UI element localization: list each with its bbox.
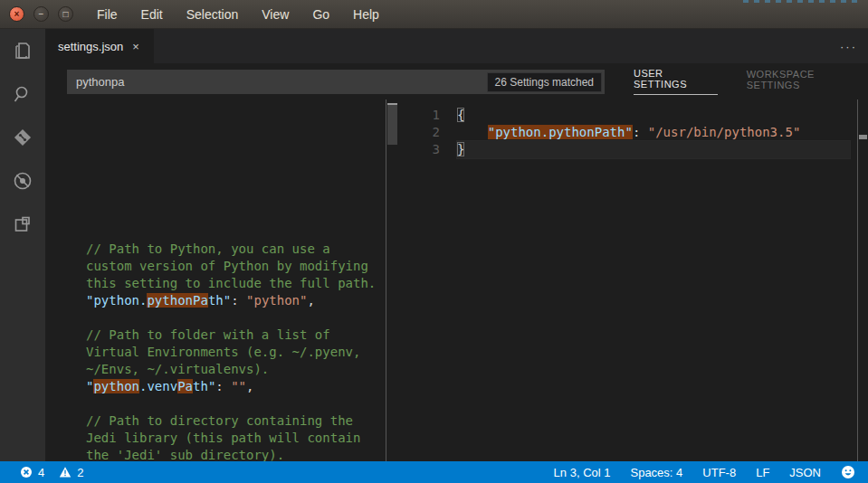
code-line: // Path to directory containing the bbox=[86, 412, 380, 430]
activity-bar bbox=[0, 29, 45, 461]
code-line: ~/Envs, ~/.virtualenvs). bbox=[86, 361, 380, 378]
maximize-window-button[interactable]: □ bbox=[58, 6, 73, 22]
warning-count: 2 bbox=[77, 466, 83, 479]
problems-status[interactable]: 4 2 bbox=[0, 466, 83, 479]
status-language-mode[interactable]: JSON bbox=[789, 466, 821, 479]
settings-split-view: ▾Python Configuration (26) // Path to Py… bbox=[45, 99, 868, 461]
menu-selection[interactable]: Selection bbox=[186, 7, 239, 22]
left-overview-ruler-border bbox=[386, 99, 386, 461]
search-icon[interactable] bbox=[10, 81, 35, 107]
code-line: // Path to Python, you can use a bbox=[86, 241, 380, 258]
tab-bar: settings.json × ··· bbox=[45, 29, 868, 63]
tab-settings-json[interactable]: settings.json × bbox=[45, 29, 154, 63]
code-line: Jedi library (this path will contain bbox=[86, 430, 380, 447]
menu-help[interactable]: Help bbox=[353, 7, 379, 22]
feedback-smiley-icon[interactable] bbox=[841, 465, 855, 479]
editor-column: settings.json × ··· 26 Settings matched … bbox=[45, 29, 868, 461]
background-window-sliver bbox=[743, 0, 861, 3]
status-bar-right: Ln 3, Col 1Spaces: 4UTF-8LFJSON bbox=[554, 465, 868, 479]
settings-search-box: 26 Settings matched bbox=[67, 70, 605, 94]
left-scrollbar-slider[interactable] bbox=[387, 103, 397, 145]
status-cursor-position[interactable]: Ln 3, Col 1 bbox=[554, 466, 611, 479]
tab-close-icon[interactable]: × bbox=[132, 40, 139, 53]
user-settings-code: { "python.pythonPath": "/usr/bin/python3… bbox=[457, 107, 850, 158]
close-window-button[interactable]: × bbox=[9, 6, 24, 22]
explorer-icon[interactable] bbox=[10, 38, 35, 63]
line-number-gutter: 123 bbox=[398, 107, 453, 158]
window-controls: × − □ bbox=[0, 6, 73, 22]
code-line: this setting to include the full path. bbox=[86, 275, 380, 292]
vscode-window: × − □ FileEditSelectionViewGoHelp bbox=[0, 0, 868, 483]
code-line: custom version of Python by modifying bbox=[86, 258, 380, 275]
tab-label: settings.json bbox=[58, 40, 123, 53]
debug-icon[interactable] bbox=[10, 168, 35, 194]
code-line: } bbox=[457, 141, 850, 158]
menu-file[interactable]: File bbox=[97, 7, 118, 22]
scope-tab-workspace-settings[interactable]: WORKSPACE SETTINGS bbox=[747, 69, 868, 95]
scope-tab-user-settings[interactable]: USER SETTINGS bbox=[634, 68, 718, 95]
menu-view[interactable]: View bbox=[262, 7, 289, 22]
code-line: "python.venvPath": "", bbox=[86, 378, 380, 395]
settings-match-count-badge: 26 Settings matched bbox=[487, 72, 602, 92]
code-line: "python.pythonPath": "python", bbox=[86, 292, 380, 309]
settings-section-heading[interactable]: ▾Python Configuration (26) bbox=[65, 134, 380, 147]
status-encoding[interactable]: UTF-8 bbox=[702, 466, 736, 479]
status-indentation[interactable]: Spaces: 4 bbox=[630, 466, 682, 479]
more-actions-icon[interactable]: ··· bbox=[840, 29, 857, 63]
extensions-icon[interactable] bbox=[10, 212, 35, 237]
user-settings-pane[interactable]: 123 { "python.pythonPath": "/usr/bin/pyt… bbox=[398, 99, 868, 461]
status-bar: 4 2 Ln 3, Col 1Spaces: 4UTF-8LFJSON bbox=[0, 461, 868, 483]
workbench: settings.json × ··· 26 Settings matched … bbox=[0, 29, 868, 461]
error-count: 4 bbox=[38, 466, 44, 479]
line-number: 1 bbox=[398, 107, 440, 124]
status-eol[interactable]: LF bbox=[756, 466, 769, 479]
code-line bbox=[86, 309, 380, 327]
code-line bbox=[86, 395, 380, 412]
settings-header: 26 Settings matched USER SETTINGSWORKSPA… bbox=[45, 63, 868, 99]
code-line: Virtual Environments (e.g. ~/.pyenv, bbox=[86, 344, 380, 361]
settings-search-input[interactable] bbox=[67, 75, 487, 89]
code-line: // Path to folder with a list of bbox=[86, 327, 380, 344]
menu-edit[interactable]: Edit bbox=[141, 7, 163, 22]
settings-scope-tabs: USER SETTINGSWORKSPACE SETTINGS bbox=[634, 63, 868, 99]
error-icon bbox=[20, 466, 33, 478]
overview-ruler-match-marker bbox=[859, 135, 867, 139]
warning-icon bbox=[59, 466, 72, 478]
default-settings-pane: ▾Python Configuration (26) // Path to Py… bbox=[45, 99, 398, 461]
default-settings-code: ▾Python Configuration (26) // Path to Py… bbox=[45, 99, 398, 461]
code-line: the 'Jedi' sub directory). bbox=[86, 447, 380, 461]
code-line: { bbox=[457, 107, 850, 124]
menu-go[interactable]: Go bbox=[312, 7, 329, 22]
source-control-icon[interactable] bbox=[10, 125, 35, 150]
title-bar: × − □ FileEditSelectionViewGoHelp bbox=[0, 0, 868, 29]
menu-bar: FileEditSelectionViewGoHelp bbox=[97, 7, 379, 22]
line-number: 2 bbox=[398, 124, 440, 141]
line-number: 3 bbox=[398, 141, 440, 158]
code-line: "python.pythonPath": "/usr/bin/python3.5… bbox=[457, 124, 850, 141]
right-overview-ruler-border bbox=[857, 99, 858, 461]
minimize-window-button[interactable]: − bbox=[33, 6, 49, 22]
